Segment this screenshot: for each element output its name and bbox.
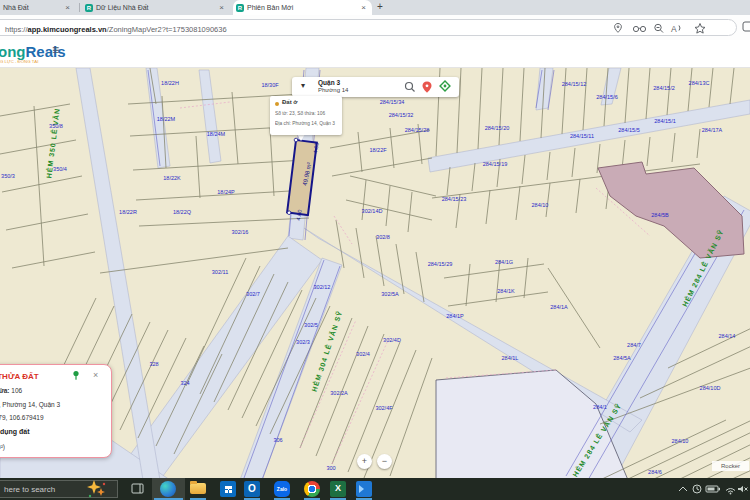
panel-title: THÔNG TIN THỬA ĐẤT bbox=[0, 372, 39, 381]
search-icon[interactable] bbox=[406, 83, 415, 92]
battery-icon[interactable] bbox=[706, 486, 720, 492]
parcel-label: 300 bbox=[326, 465, 335, 471]
zoning-map[interactable]: HẺM 350 LÊ VĂNHẺM 304 LÊ VĂN SỸHẺM 284 L… bbox=[0, 68, 750, 478]
parcel-label: 284/15/34 bbox=[380, 99, 405, 105]
reader-glasses-icon[interactable] bbox=[633, 26, 645, 31]
land-use-row: Đất ở (49.98 m²) bbox=[0, 443, 5, 450]
parcel-label: 284/10 bbox=[532, 202, 549, 208]
locate-target-icon[interactable] bbox=[440, 81, 450, 91]
parcel-label: 284/15/1 bbox=[654, 118, 675, 124]
tab-nha-dat[interactable]: Nhà Đất × bbox=[0, 0, 76, 15]
zalo-icon[interactable]: Zalo bbox=[274, 481, 290, 497]
tab-du-lieu-nha-dat[interactable]: R Dữ Liệu Nhà Đất × bbox=[82, 0, 230, 15]
running-underline bbox=[304, 498, 320, 500]
browser-address-bar: https://app.kimcuongreals.vn/ZoningMapVe… bbox=[0, 15, 750, 40]
windows-flag-glyph bbox=[225, 486, 232, 493]
parcel-label: 284/15/11 bbox=[570, 133, 594, 139]
parcel-tooltip: Đất ở Số tờ: 23, Số thửa: 106 Địa chỉ: P… bbox=[270, 96, 342, 135]
site-favicon: R bbox=[236, 4, 244, 12]
parcel-label: 302/4 bbox=[356, 351, 370, 357]
land-use-section-title: Quy hoạch sử dụng đất bbox=[0, 428, 30, 435]
parcel-label: 18/30F bbox=[261, 82, 278, 88]
excel-icon[interactable]: X bbox=[330, 481, 346, 497]
wifi-icon[interactable] bbox=[726, 489, 735, 495]
volume-muted-icon[interactable] bbox=[738, 486, 748, 492]
parcel-info-panel: THÔNG TIN THỬA ĐẤT × Số tờ: 23 Số thửa: … bbox=[0, 364, 112, 458]
parcel-label: 284/1G bbox=[495, 259, 513, 265]
location-pin-icon[interactable] bbox=[423, 82, 432, 93]
tab-phien-ban-moi-active[interactable]: R Phiên Bản Mới × bbox=[233, 0, 372, 15]
collections-icon[interactable] bbox=[742, 20, 750, 33]
new-tab-button[interactable]: + bbox=[377, 1, 383, 12]
location-icon[interactable] bbox=[615, 24, 622, 33]
parcel-label: 302/5A bbox=[381, 291, 399, 297]
parcel-label: 350/8 bbox=[49, 123, 63, 129]
plot-info: Số tờ: 23, Số thửa: 106 bbox=[275, 111, 325, 116]
parcel-label: 302/12 bbox=[314, 284, 331, 290]
menu-icon[interactable]: ≡ bbox=[52, 43, 59, 57]
file-explorer-icon[interactable] bbox=[190, 483, 206, 494]
svg-text:A: A bbox=[671, 24, 677, 34]
parcel-label: 284/15/29 bbox=[428, 261, 453, 267]
active-underline bbox=[154, 498, 183, 500]
photos-icon[interactable] bbox=[356, 481, 372, 497]
chevron-down-icon[interactable]: ▾ bbox=[301, 81, 305, 90]
parcel-label: 324 bbox=[180, 380, 189, 386]
zoom-out-icon[interactable] bbox=[655, 24, 663, 32]
url-field[interactable]: https://app.kimcuongreals.vn/ZoningMapVe… bbox=[0, 19, 737, 36]
parcel-label: 284/15/6 bbox=[596, 94, 617, 100]
outlook-icon[interactable]: O bbox=[244, 481, 260, 497]
screen: { "browser": { "tabs": [ { "title": "Nhà… bbox=[0, 0, 750, 500]
read-aloud-icon[interactable]: A bbox=[671, 24, 680, 34]
address-info: Địa chỉ: Phường 14, Quận 3 bbox=[275, 121, 335, 126]
tab-close-icon[interactable]: × bbox=[65, 3, 70, 12]
parcel-label: 284/5B bbox=[651, 212, 669, 218]
pushpin-icon[interactable] bbox=[71, 370, 81, 381]
zoom-out-button[interactable]: − bbox=[377, 454, 392, 469]
map-search-panel[interactable]: ▾ Quận 3 Phường 14 bbox=[292, 77, 459, 97]
map-attribution: Rocker bbox=[712, 461, 749, 471]
clock-tray-icon[interactable] bbox=[693, 485, 701, 493]
parcel-label: 284/15/20 bbox=[485, 125, 510, 131]
running-underline bbox=[356, 498, 372, 500]
close-icon[interactable]: × bbox=[93, 370, 98, 380]
parcel-label: 302/14D bbox=[362, 208, 383, 214]
running-underline bbox=[244, 498, 260, 500]
parcel-label: 328 bbox=[149, 361, 158, 367]
favorite-star-icon[interactable] bbox=[695, 24, 705, 34]
parcel-label: 18/22F bbox=[369, 147, 386, 153]
tab-close-icon[interactable]: × bbox=[361, 3, 366, 12]
address-bar-icons: A bbox=[610, 21, 718, 35]
parcel-label: 284/1P bbox=[446, 313, 464, 319]
parcel-label: 302/5 bbox=[304, 322, 318, 328]
tab-title: Dữ Liệu Nhà Đất bbox=[96, 4, 149, 11]
tab-close-icon[interactable]: × bbox=[219, 3, 224, 12]
chevron-up-icon[interactable] bbox=[679, 487, 687, 491]
windows-taskbar: here to search O Zalo X bbox=[0, 478, 750, 500]
microsoft-store-icon[interactable] bbox=[220, 481, 236, 497]
tab-title: Phiên Bản Mới bbox=[247, 4, 293, 11]
parcel-label: 302/4F bbox=[375, 405, 392, 411]
app-tagline: G LỰC - ĐỒNG TÀI bbox=[0, 59, 38, 63]
parcel-label: 284/5A bbox=[613, 355, 631, 361]
search-highlights-sparkle-icon[interactable] bbox=[86, 479, 108, 499]
parcel-label: 18/22R bbox=[119, 209, 137, 215]
task-view-icon[interactable] bbox=[131, 483, 145, 495]
system-tray bbox=[676, 482, 750, 496]
coordinates-row: Tọa độ: 10.787679, 106.679419 bbox=[0, 414, 44, 421]
parcel-label: 18/22K bbox=[163, 175, 181, 181]
parcel-label: 284/14 bbox=[719, 333, 736, 339]
parcel-label: 18/24P bbox=[217, 189, 235, 195]
tab-separator bbox=[79, 3, 80, 12]
running-underline bbox=[330, 498, 346, 500]
edge-icon[interactable] bbox=[160, 481, 176, 497]
parcel-label: 284/15/12 bbox=[562, 81, 587, 87]
parcel-label: 284/6 bbox=[648, 469, 662, 475]
parcel-label: 284/1A bbox=[550, 304, 568, 310]
parcel-label: 284/10 bbox=[672, 438, 689, 444]
parcel-label: 350/3 bbox=[1, 173, 15, 179]
zoom-in-button[interactable]: + bbox=[357, 454, 372, 469]
chrome-icon[interactable] bbox=[304, 481, 320, 497]
parcel-label: 284/15/5 bbox=[618, 127, 639, 133]
ward-value: Phường 14 bbox=[318, 87, 348, 93]
